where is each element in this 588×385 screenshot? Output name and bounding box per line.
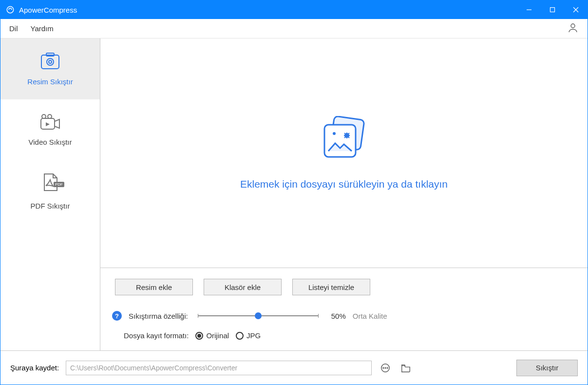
main-area: Resim Sıkıştır Video Sıkıştır PDF PDF Sı… <box>0 38 588 350</box>
svg-point-13 <box>48 115 52 118</box>
clear-list-button[interactable]: Listeyi temizle <box>292 279 370 295</box>
account-icon[interactable] <box>567 22 579 35</box>
svg-point-8 <box>49 60 52 63</box>
quality-row: ? Sıkıştırma özelliği: 50% Orta Kalite <box>112 311 573 321</box>
compress-button[interactable]: Sıkıştır <box>516 360 578 376</box>
browse-folder-icon[interactable] <box>399 361 413 375</box>
quality-slider[interactable] <box>198 315 319 316</box>
titlebar: ApowerCompress <box>0 0 588 19</box>
bottom-bar: Şuraya kaydet: Sıkıştır <box>0 350 588 385</box>
svg-marker-11 <box>55 119 59 128</box>
sidebar-item-image-compress[interactable]: Resim Sıkıştır <box>0 38 100 99</box>
svg-rect-16 <box>324 125 356 157</box>
drop-zone-text: Eklemek için dosyayı sürükleyin ya da tı… <box>240 178 448 190</box>
quality-label: Sıkıştırma özelliği: <box>129 312 188 320</box>
svg-point-0 <box>7 6 14 13</box>
svg-marker-14 <box>46 122 50 126</box>
radio-label: Orijinal <box>206 331 229 340</box>
svg-point-24 <box>383 367 384 368</box>
menu-help[interactable]: Yardım <box>31 24 54 33</box>
maximize-button[interactable] <box>541 0 564 19</box>
sidebar-item-label: PDF Sıkıştır <box>31 202 70 210</box>
format-row: Dosya kayıt formatı: Orijinal JPG <box>124 331 573 340</box>
window-title: ApowerCompress <box>19 6 77 14</box>
drop-zone[interactable]: Eklemek için dosyayı sürükleyin ya da tı… <box>100 38 588 268</box>
pdf-badge-icon: PDF <box>54 182 64 187</box>
content-panel: Eklemek için dosyayı sürükleyin ya da tı… <box>100 38 588 350</box>
add-image-button[interactable]: Resim ekle <box>115 279 193 295</box>
image-placeholder-icon <box>320 116 368 164</box>
controls-panel: Resim ekle Klasör ekle Listeyi temizle ?… <box>100 268 588 350</box>
radio-original[interactable]: Orijinal <box>195 331 229 340</box>
menu-language[interactable]: Dil <box>9 24 18 33</box>
svg-point-26 <box>387 367 388 368</box>
slider-thumb[interactable] <box>255 312 262 319</box>
sidebar-item-pdf-compress[interactable]: PDF PDF Sıkıştır <box>0 160 100 221</box>
sidebar: Resim Sıkıştır Video Sıkıştır PDF PDF Sı… <box>0 38 100 350</box>
svg-rect-2 <box>550 8 555 12</box>
sidebar-item-video-compress[interactable]: Video Sıkıştır <box>0 99 100 160</box>
help-icon[interactable]: ? <box>112 311 122 321</box>
svg-point-5 <box>571 24 575 28</box>
format-label: Dosya kayıt formatı: <box>124 331 189 340</box>
output-path-input[interactable] <box>66 361 372 375</box>
quality-percent: 50% <box>331 312 346 320</box>
menubar: Dil Yardım <box>0 19 588 38</box>
sidebar-item-label: Video Sıkıştır <box>29 138 72 146</box>
svg-rect-6 <box>41 55 59 69</box>
more-options-icon[interactable] <box>379 361 392 375</box>
radio-jpg[interactable]: JPG <box>236 331 261 340</box>
close-button[interactable] <box>564 0 588 19</box>
save-to-label: Şuraya kaydet: <box>10 364 59 372</box>
minimize-button[interactable] <box>517 0 541 19</box>
app-logo-icon <box>5 5 15 15</box>
quality-level-label: Orta Kalite <box>353 312 387 320</box>
radio-label: JPG <box>247 331 261 340</box>
svg-point-25 <box>385 367 386 368</box>
add-folder-button[interactable]: Klasör ekle <box>204 279 282 295</box>
sidebar-item-label: Resim Sıkıştır <box>27 77 73 86</box>
svg-point-12 <box>42 115 46 118</box>
svg-point-22 <box>333 132 336 135</box>
svg-point-7 <box>47 58 54 65</box>
